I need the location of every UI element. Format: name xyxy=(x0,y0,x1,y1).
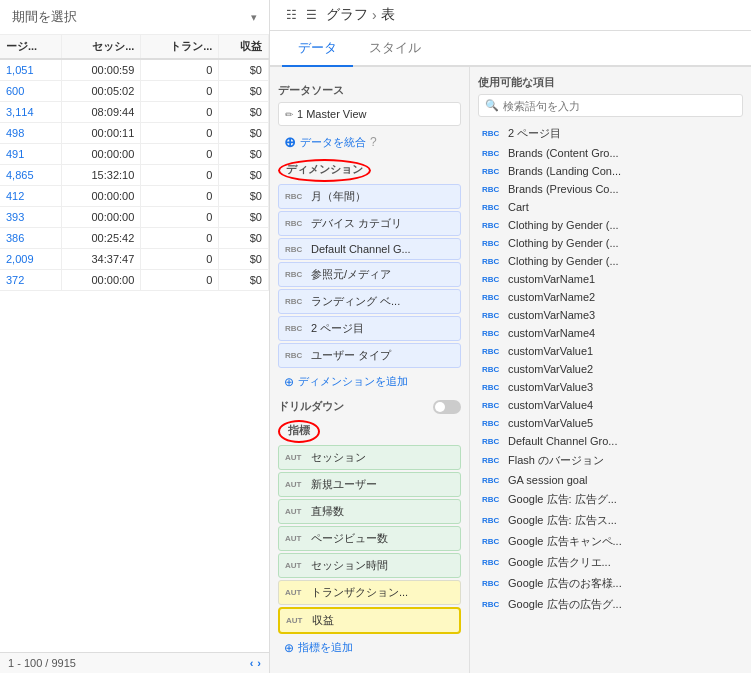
col-header-trans[interactable]: トラン... xyxy=(141,35,219,59)
table-cell: 15:32:10 xyxy=(62,165,141,186)
available-list: RBC2 ページ目RBCBrands (Content Gro...RBCBra… xyxy=(478,123,743,615)
metrics-circle-highlight: 指標 xyxy=(278,420,320,443)
metric-item[interactable]: AUTセッション xyxy=(278,445,461,470)
metric-item[interactable]: AUT新規ユーザー xyxy=(278,472,461,497)
table-row: 39300:00:000$0 xyxy=(0,207,269,228)
table-cell: 386 xyxy=(0,228,62,249)
dimension-label: デバイス カテゴリ xyxy=(311,216,402,231)
table-cell: $0 xyxy=(219,165,269,186)
available-item[interactable]: RBCBrands (Content Gro... xyxy=(478,144,743,162)
available-item[interactable]: RBCcustomVarValue5 xyxy=(478,414,743,432)
metric-item[interactable]: AUTトランザクション... xyxy=(278,580,461,605)
available-item[interactable]: RBCClothing by Gender (... xyxy=(478,234,743,252)
search-box[interactable]: 🔍 xyxy=(478,94,743,117)
available-item[interactable]: RBCcustomVarValue3 xyxy=(478,378,743,396)
next-page-arrow[interactable]: › xyxy=(257,657,261,669)
table-row: 49100:00:000$0 xyxy=(0,144,269,165)
blend-help-icon: ? xyxy=(370,135,377,149)
dimensions-section-title: ディメンション xyxy=(286,163,363,175)
breadcrumb-icons: ☷ ☰ xyxy=(282,6,320,24)
col-header-session[interactable]: セッシ... xyxy=(62,35,141,59)
prev-page-arrow[interactable]: ‹ xyxy=(250,657,254,669)
data-source-item[interactable]: ✏ 1 Master View xyxy=(278,102,461,126)
available-label: Google 広告: 広告グ... xyxy=(508,492,617,507)
available-badge: RBC xyxy=(482,129,504,138)
dimension-item[interactable]: RBCDefault Channel G... xyxy=(278,238,461,260)
list-view-icon[interactable]: ☰ xyxy=(302,6,320,24)
aut-badge: AUT xyxy=(286,616,308,625)
available-item[interactable]: RBCGoogle 広告キャンペ... xyxy=(478,531,743,552)
metric-item[interactable]: AUTページビュー数 xyxy=(278,526,461,551)
table-cell: 0 xyxy=(141,81,219,102)
available-badge: RBC xyxy=(482,149,504,158)
table-cell: 00:00:00 xyxy=(62,270,141,291)
available-item[interactable]: RBCcustomVarName3 xyxy=(478,306,743,324)
available-badge: RBC xyxy=(482,257,504,266)
available-badge: RBC xyxy=(482,419,504,428)
col-header-revenue[interactable]: 収益 xyxy=(219,35,269,59)
table-row: 41200:00:000$0 xyxy=(0,186,269,207)
table-cell: 0 xyxy=(141,270,219,291)
dimension-item[interactable]: RBC月（年間） xyxy=(278,184,461,209)
grid-view-icon[interactable]: ☷ xyxy=(282,6,300,24)
available-item[interactable]: RBCcustomVarName1 xyxy=(478,270,743,288)
table-cell: $0 xyxy=(219,186,269,207)
available-badge: RBC xyxy=(482,579,504,588)
blend-data-item[interactable]: ⊕ データを統合 ? xyxy=(278,129,461,155)
available-item[interactable]: RBCGoogle 広告クリエ... xyxy=(478,552,743,573)
available-item[interactable]: RBCFlash のバージョン xyxy=(478,450,743,471)
available-item[interactable]: RBCcustomVarName4 xyxy=(478,324,743,342)
col-header-page[interactable]: ージ... xyxy=(0,35,62,59)
add-dimension-btn[interactable]: ⊕ ディメンションを追加 xyxy=(278,370,461,393)
available-badge: RBC xyxy=(482,203,504,212)
available-item[interactable]: RBCClothing by Gender (... xyxy=(478,216,743,234)
available-item[interactable]: RBCGoogle 広告: 広告グ... xyxy=(478,489,743,510)
metric-item[interactable]: AUT収益 xyxy=(278,607,461,634)
available-label: customVarValue5 xyxy=(508,417,593,429)
add-metric-label: 指標を追加 xyxy=(298,640,353,655)
available-item[interactable]: RBCClothing by Gender (... xyxy=(478,252,743,270)
available-item[interactable]: RBCGoogle 広告: 広告ス... xyxy=(478,510,743,531)
available-item[interactable]: RBCDefault Channel Gro... xyxy=(478,432,743,450)
blend-data-label: データを統合 xyxy=(300,135,366,150)
tab-style[interactable]: スタイル xyxy=(353,31,437,67)
metric-item[interactable]: AUT直帰数 xyxy=(278,499,461,524)
dimension-item[interactable]: RBC2 ページ目 xyxy=(278,316,461,341)
metric-label: 収益 xyxy=(312,613,334,628)
drilldown-toggle[interactable] xyxy=(433,400,461,414)
available-label: Flash のバージョン xyxy=(508,453,604,468)
available-item[interactable]: RBCGA session goal xyxy=(478,471,743,489)
tab-data[interactable]: データ xyxy=(282,31,353,67)
breadcrumb-chart: グラフ xyxy=(326,6,368,24)
add-dimension-label: ディメンションを追加 xyxy=(298,374,408,389)
metric-item[interactable]: AUTセッション時間 xyxy=(278,553,461,578)
table-cell: 0 xyxy=(141,228,219,249)
pagination-controls[interactable]: ‹ › xyxy=(250,657,261,669)
table-row: 38600:25:420$0 xyxy=(0,228,269,249)
available-item[interactable]: RBCcustomVarValue4 xyxy=(478,396,743,414)
table-cell: 372 xyxy=(0,270,62,291)
search-input[interactable] xyxy=(503,100,736,112)
table-footer: 1 - 100 / 9915 ‹ › xyxy=(0,652,269,673)
dimension-item[interactable]: RBCデバイス カテゴリ xyxy=(278,211,461,236)
dimension-item[interactable]: RBCランディング ベ... xyxy=(278,289,461,314)
available-item[interactable]: RBCGoogle 広告のお客様... xyxy=(478,573,743,594)
add-metric-btn[interactable]: ⊕ 指標を追加 xyxy=(278,636,461,659)
table-cell: $0 xyxy=(219,123,269,144)
available-item[interactable]: RBCCart xyxy=(478,198,743,216)
table-row: 2,00934:37:470$0 xyxy=(0,249,269,270)
date-selector[interactable]: 期間を選択 ▾ xyxy=(0,0,269,35)
available-item[interactable]: RBCcustomVarValue2 xyxy=(478,360,743,378)
table-cell: 00:25:42 xyxy=(62,228,141,249)
available-item[interactable]: RBCBrands (Previous Co... xyxy=(478,180,743,198)
dimension-item[interactable]: RBCユーザー タイプ xyxy=(278,343,461,368)
available-label: customVarName3 xyxy=(508,309,595,321)
available-item[interactable]: RBCBrands (Landing Con... xyxy=(478,162,743,180)
dimension-item[interactable]: RBC参照元/メディア xyxy=(278,262,461,287)
available-item[interactable]: RBC2 ページ目 xyxy=(478,123,743,144)
available-item[interactable]: RBCcustomVarName2 xyxy=(478,288,743,306)
available-item[interactable]: RBCGoogle 広告の広告グ... xyxy=(478,594,743,615)
available-item[interactable]: RBCcustomVarValue1 xyxy=(478,342,743,360)
available-label: Brands (Landing Con... xyxy=(508,165,621,177)
metric-label: セッション xyxy=(311,450,366,465)
